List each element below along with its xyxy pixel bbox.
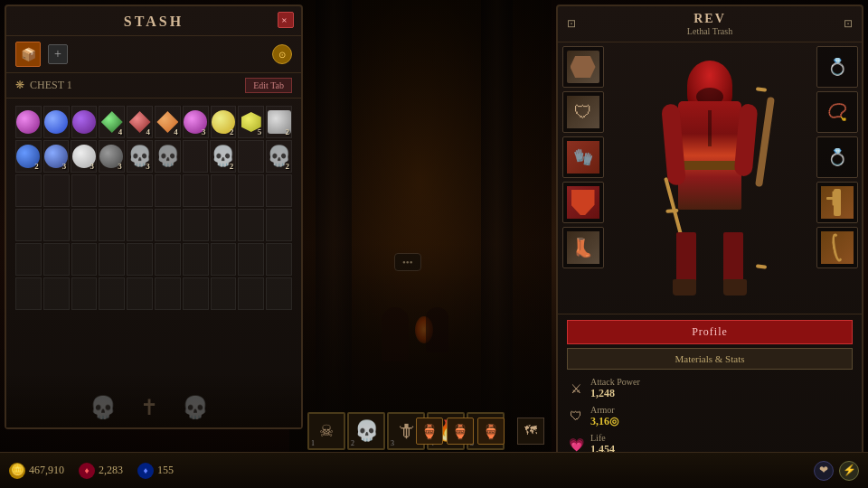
stash-slot-1-7[interactable]: 3 (183, 106, 209, 138)
stash-slot-empty[interactable] (183, 277, 209, 310)
stash-slot-1-2[interactable] (43, 106, 70, 138)
chest-label: ❋ CHEST 1 (15, 79, 72, 92)
stash-slot-empty[interactable] (99, 243, 125, 276)
add-tab-button[interactable]: + (48, 44, 68, 64)
stash-title: STASH × (6, 6, 301, 36)
stash-slot-2-7[interactable] (183, 140, 209, 173)
stash-slot-1-5[interactable]: 4 (127, 106, 153, 138)
stash-slot-empty[interactable] (71, 277, 98, 310)
armor-icon: 🛡 (567, 408, 585, 426)
stash-slot-empty[interactable] (183, 209, 209, 241)
stash-slot-empty[interactable] (71, 243, 98, 276)
stash-slot-empty[interactable] (211, 277, 237, 310)
chest-tab-name: CHEST 1 (30, 79, 72, 92)
header-right-icon[interactable]: ⊡ (844, 17, 853, 31)
stash-slot-empty[interactable] (71, 209, 98, 241)
stash-slot-empty[interactable] (99, 277, 125, 310)
stash-slot-empty[interactable] (211, 174, 237, 207)
stash-slot-empty[interactable] (99, 174, 125, 207)
stash-slot-empty[interactable] (99, 209, 125, 241)
stash-slot-2-3[interactable]: 3 (71, 140, 97, 173)
stash-slot-empty[interactable] (43, 277, 70, 310)
stash-tab-icon[interactable]: 📦 (15, 42, 41, 67)
gloves-slot[interactable]: 🧤 (562, 136, 604, 178)
stash-row-2: 2 3 3 3 💀 3 💀 💀 (15, 140, 292, 173)
chest-slot[interactable]: 🛡 (562, 91, 604, 133)
item-count: 3 (146, 162, 150, 171)
amulet-slot[interactable]: 📿 (816, 91, 858, 133)
stash-slot-empty[interactable] (155, 243, 181, 276)
potion-slot-2[interactable]: 🏺 (447, 418, 474, 445)
character-display-area: 🛡 🧤 👢 (558, 42, 862, 314)
stash-slot-2-5[interactable]: 💀 3 (127, 140, 153, 173)
stash-slot-empty[interactable] (127, 243, 153, 276)
edit-tab-button[interactable]: Edit Tab (245, 78, 292, 93)
stash-slot-empty[interactable] (71, 174, 98, 207)
header-expand-icon[interactable]: ⊡ (567, 17, 576, 31)
stash-slot-empty[interactable] (15, 243, 42, 276)
stash-slot-1-3[interactable] (71, 106, 98, 138)
pants-slot[interactable] (562, 182, 604, 223)
stash-slot-empty[interactable] (183, 174, 209, 207)
attack-power-row: ⚔ Attack Power 1,248 (567, 377, 853, 400)
stash-slot-empty[interactable] (43, 174, 70, 207)
materials-stats-button[interactable]: Materials & Stats (567, 348, 853, 370)
boots-slot[interactable]: 👢 (562, 227, 604, 268)
stash-slot-2-10[interactable]: 💀 2 (266, 140, 292, 173)
stash-slot-empty[interactable] (183, 243, 209, 276)
stash-tabs-bar: 📦 + ⊙ (6, 36, 301, 73)
stash-slot-empty[interactable] (211, 209, 237, 241)
item-count: 3 (90, 162, 95, 171)
stash-slot-1-1[interactable] (15, 106, 42, 138)
stash-slot-2-9[interactable] (238, 140, 264, 173)
stash-inventory-grid: 4 4 4 3 2 5 2 (6, 99, 301, 319)
stash-slot-2-4[interactable]: 3 (99, 140, 125, 173)
stash-close-button[interactable]: × (278, 12, 294, 28)
stash-slot-empty[interactable] (238, 243, 264, 276)
profile-button[interactable]: Profile (567, 320, 853, 344)
stash-slot-empty[interactable] (15, 277, 42, 310)
skill-slot-1[interactable]: ☠ 1 (307, 412, 345, 450)
stash-slot-1-4[interactable]: 4 (99, 106, 125, 138)
helm-slot[interactable] (562, 46, 604, 88)
ring2-slot[interactable]: 💍 (816, 136, 858, 178)
map-button[interactable]: 🗺 (517, 418, 544, 445)
ring1-slot[interactable]: 💍 (816, 46, 858, 88)
stash-slot-empty[interactable] (266, 243, 292, 276)
stash-slot-empty[interactable] (238, 277, 264, 310)
stash-slot-empty[interactable] (155, 174, 181, 207)
skull-decoration: 💀 ✝ 💀 (90, 395, 218, 420)
stash-slot-2-2[interactable]: 3 (43, 140, 70, 173)
stash-slot-empty[interactable] (211, 243, 237, 276)
stash-slot-empty[interactable] (266, 277, 292, 310)
stash-slot-empty[interactable] (155, 277, 181, 310)
stash-slot-empty[interactable] (155, 209, 181, 241)
stash-slot-1-8[interactable]: 2 (211, 106, 237, 138)
stash-row-5 (15, 243, 292, 276)
item-count: 2 (230, 127, 234, 136)
stash-slot-empty[interactable] (127, 277, 153, 310)
offhand-slot[interactable] (816, 182, 858, 223)
skill-slot-2[interactable]: 💀 2 (347, 412, 385, 450)
stash-slot-empty[interactable] (15, 174, 42, 207)
stash-slot-2-8[interactable]: 💀 2 (210, 140, 236, 173)
bottom-currency-bar: 🪙 467,910 ♦ 2,283 ♦ 155 ❤ ⚡ (0, 452, 868, 488)
stash-slot-empty[interactable] (238, 209, 264, 241)
stash-slot-empty[interactable] (266, 174, 292, 207)
potion-slot-3[interactable]: 🏺 (477, 418, 505, 445)
stash-slot-empty[interactable] (43, 243, 70, 276)
potion-slot-1[interactable]: 🏺 (416, 418, 443, 445)
stash-slot-1-9[interactable]: 5 (238, 106, 264, 138)
stash-slot-1-10[interactable]: 2 (266, 106, 292, 138)
weapon-slot[interactable] (816, 227, 858, 268)
stash-slot-2-6[interactable]: 💀 (155, 140, 181, 173)
stash-slot-empty[interactable] (15, 209, 42, 241)
item-count: 2 (230, 162, 234, 171)
stash-slot-empty[interactable] (43, 209, 70, 241)
stash-slot-1-6[interactable]: 4 (155, 106, 181, 138)
stash-slot-empty[interactable] (127, 174, 153, 207)
stash-slot-empty[interactable] (238, 174, 264, 207)
stash-slot-2-1[interactable]: 2 (15, 140, 42, 173)
stash-slot-empty[interactable] (266, 209, 292, 241)
stash-slot-empty[interactable] (127, 209, 153, 241)
